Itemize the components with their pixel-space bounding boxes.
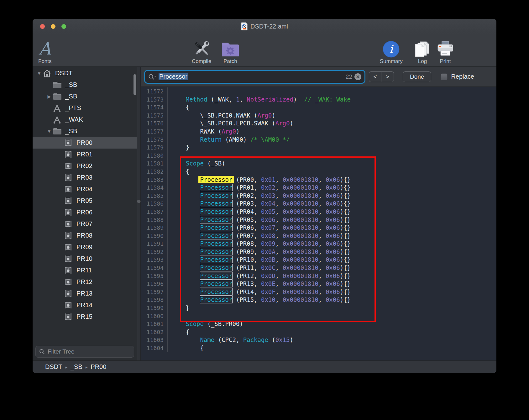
processor-icon [64,231,75,240]
zoom-button[interactable] [61,24,66,29]
print-toolbar-button[interactable]: Print [436,39,454,65]
fonts-label: Fonts [38,58,52,65]
filter-tree-field[interactable] [35,346,134,358]
code-line: 11596 Processor (PR13, 0x0E, 0x00001810,… [141,280,496,288]
sidebar-item-label: PR07 [75,220,92,228]
find-next-button[interactable]: > [381,72,394,82]
sidebar-item-pr02[interactable]: PR02 [33,160,137,172]
sidebar-item-_sb[interactable]: _SB [33,79,137,91]
line-number: 11602 [141,328,168,336]
code-text: Processor (PR09, 0x0A, 0x00001810, 0x06)… [168,248,351,256]
code-line: 11588 Processor (PR05, 0x06, 0x00001810,… [141,216,496,224]
code-line: 11574 { [141,103,496,112]
namespace-tree[interactable]: ▼DSDT_SB▶_SB_PTS_WAK▼_SBPR00PR01PR02PR03… [33,67,137,344]
sidebar-item-pr04[interactable]: PR04 [33,183,137,195]
summary-label: Summary [380,58,403,65]
code-line: 11577 RWAK (Arg0) [141,128,496,136]
house-icon [43,69,53,77]
code-text: Method (_WAK, 1, NotSerialized) // _WAK:… [168,96,351,104]
titlebar[interactable]: DSDT-22.aml [33,19,496,34]
sidebar-item-_wak[interactable]: _WAK [33,114,137,125]
summary-toolbar-button[interactable]: i Summary [380,39,403,65]
code-text: Processor (PR04, 0x05, 0x00001810, 0x06)… [168,208,351,216]
code-line: 11604 { [141,344,496,352]
compile-toolbar-button[interactable]: Compile [192,39,211,65]
patch-toolbar-button[interactable]: Patch [221,39,240,65]
sidebar-item-dsdt[interactable]: ▼DSDT [33,67,137,79]
search-match: Processor [200,264,233,271]
fonts-toolbar-button[interactable]: A Fonts [38,39,52,65]
disclosure-triangle[interactable]: ▶ [46,94,53,99]
method-icon [53,116,63,124]
line-number: 11591 [141,240,168,248]
replace-checkbox[interactable] [441,73,448,80]
line-number: 11575 [141,112,168,120]
sidebar-item-pr01[interactable]: PR01 [33,149,137,160]
sidebar-item-label: PR01 [75,151,92,158]
clear-search-icon[interactable]: ✕ [354,73,361,80]
editor-pane: Processor 22 ✕ < > Done Replace 11572115… [141,67,496,360]
document-icon [241,22,248,30]
sidebar-item-pr10[interactable]: PR10 [33,253,137,265]
search-icon [39,349,45,354]
line-number: 11601 [141,320,168,328]
breadcrumb-item[interactable]: _SB [71,363,82,370]
patch-icon [221,39,240,58]
sidebar-item-pr13[interactable]: PR13 [33,288,137,299]
code-text: Processor (PR06, 0x07, 0x00001810, 0x06)… [168,224,351,232]
disclosure-triangle[interactable]: ▼ [46,129,53,134]
sidebar-item-pr14[interactable]: PR14 [33,299,137,311]
search-match: Processor [200,192,233,199]
sidebar-item-pr07[interactable]: PR07 [33,218,137,230]
sidebar-scrollbar-thumb[interactable] [134,74,136,95]
code-text: { [168,103,189,112]
code-line: 11587 Processor (PR04, 0x05, 0x00001810,… [141,208,496,216]
find-previous-button[interactable]: < [369,72,381,82]
sidebar-item-pr11[interactable]: PR11 [33,265,137,276]
compile-label: Compile [192,58,211,65]
sidebar-item-pr00[interactable]: PR00 [33,137,137,149]
sidebar-item-pr08[interactable]: PR08 [33,230,137,241]
line-number: 11572 [141,87,168,96]
breadcrumb-item[interactable]: PR00 [91,363,106,370]
sidebar-item-pr09[interactable]: PR09 [33,241,137,253]
log-label: Log [418,58,427,65]
code-line: 11599 } [141,304,496,312]
window-title: DSDT-22.aml [250,23,288,30]
processor-icon [64,150,75,159]
sidebar-item-pr06[interactable]: PR06 [33,207,137,218]
split-divider-handle[interactable] [137,200,141,203]
breadcrumb-item[interactable]: DSDT [45,363,62,370]
sidebar-item-pr12[interactable]: PR12 [33,276,137,288]
line-number: 11574 [141,103,168,112]
filter-tree-input[interactable] [48,348,130,355]
sidebar-item-_sb[interactable]: ▼_SB [33,125,137,137]
minimize-button[interactable] [51,24,55,29]
search-match: Processor [200,280,233,287]
sidebar-item-_sb[interactable]: ▶_SB [33,91,137,102]
sidebar-item-pr15[interactable]: PR15 [33,311,137,323]
done-button[interactable]: Done [403,71,431,82]
code-line: 11589 Processor (PR06, 0x07, 0x00001810,… [141,224,496,232]
search-magnifier-icon[interactable] [148,74,156,80]
log-toolbar-button[interactable]: Log [413,39,432,65]
split-divider[interactable] [137,67,141,360]
code-editor[interactable]: 1157211573 Method (_WAK, 1, NotSerialize… [141,87,496,360]
disclosure-triangle[interactable]: ▼ [36,71,43,76]
code-text: Scope (_SB) [168,160,225,168]
search-query-text: Processor [159,73,343,80]
breadcrumb-separator-icon: ▸ [86,364,88,370]
sidebar-item-pr05[interactable]: PR05 [33,195,137,207]
sidebar-item-pr03[interactable]: PR03 [33,172,137,183]
close-button[interactable] [40,24,45,29]
line-number: 11594 [141,264,168,272]
code-lines: 1157211573 Method (_WAK, 1, NotSerialize… [141,87,496,360]
search-input[interactable]: Processor 22 ✕ [145,71,364,83]
line-number: 11597 [141,288,168,296]
summary-info-icon: i [382,39,400,58]
patch-label: Patch [223,58,237,65]
line-number: 11595 [141,272,168,280]
line-number: 11579 [141,144,168,152]
code-line: 11582 { [141,168,496,176]
sidebar-item-_pts[interactable]: _PTS [33,102,137,114]
